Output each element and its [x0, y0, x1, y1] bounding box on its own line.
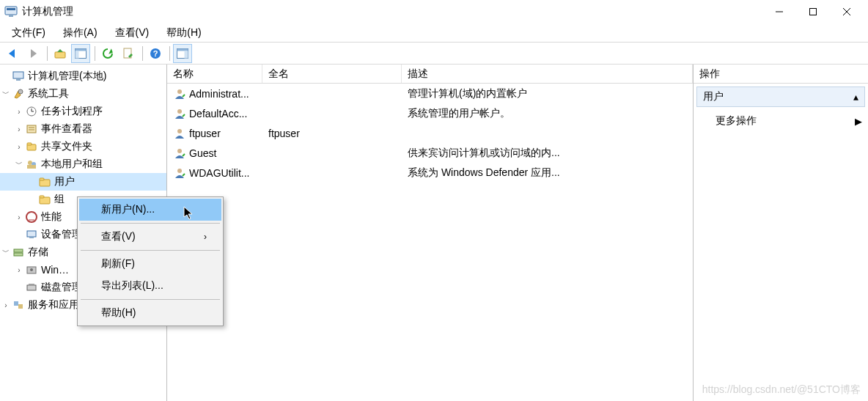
svg-rect-30	[27, 165, 36, 169]
help-button[interactable]: ?	[146, 44, 165, 63]
tree-label: 任务计划程序	[41, 105, 163, 118]
list-row[interactable]: Guest 供来宾访问计算机或访问域的内...	[167, 143, 693, 163]
svg-point-42	[30, 268, 33, 271]
expand-toggle-icon[interactable]: ›	[0, 299, 12, 311]
action-section-label: 用户	[703, 90, 724, 103]
svg-rect-27	[27, 143, 32, 145]
column-header-name[interactable]: 名称	[167, 65, 262, 83]
tree-shared-folders[interactable]: › 共享文件夹	[0, 138, 166, 155]
tree-event-viewer[interactable]: › 事件查看器	[0, 120, 166, 138]
show-hide-action-pane-button[interactable]	[173, 44, 192, 63]
svg-rect-4	[810, 8, 817, 15]
svg-rect-43	[27, 285, 36, 290]
svg-rect-44	[29, 284, 34, 286]
ctx-item-label: 刷新(F)	[101, 257, 135, 271]
user-icon	[173, 166, 186, 180]
list-row[interactable]: WDAGUtilit... 系统为 Windows Defender 应用...	[167, 163, 693, 183]
expand-toggle-icon[interactable]: ›	[13, 106, 25, 117]
ctx-export-list[interactable]: 导出列表(L)...	[79, 275, 221, 297]
user-icon	[173, 147, 186, 160]
ctx-item-label: 查看(V)	[101, 230, 136, 243]
context-menu: 新用户(N)... 查看(V) › 刷新(F) 导出列表(L)... 帮助(H)	[77, 196, 224, 326]
list-cell-name: Guest	[189, 147, 216, 159]
list-pane: 名称 全名 描述 Administrat... 管理计算机(域)的内置帐户	[167, 65, 694, 401]
close-button[interactable]	[830, 0, 864, 23]
minimize-button[interactable]	[762, 0, 796, 23]
svg-rect-39	[14, 249, 23, 252]
column-header-desc[interactable]: 描述	[402, 65, 693, 83]
ctx-separator	[81, 250, 220, 251]
svg-point-19	[18, 89, 23, 94]
svg-rect-34	[40, 196, 44, 198]
list-row[interactable]: Administrat... 管理计算机(域)的内置帐户	[167, 84, 693, 103]
action-section-users[interactable]: 用户 ▴	[696, 87, 865, 107]
expand-toggle-icon[interactable]: ›	[13, 211, 25, 223]
svg-point-48	[177, 109, 182, 114]
maximize-button[interactable]	[796, 0, 830, 23]
task-scheduler-icon	[25, 105, 38, 118]
menu-file[interactable]: 文件(F)	[3, 25, 54, 41]
menu-view[interactable]: 查看(V)	[106, 25, 158, 41]
svg-rect-38	[29, 237, 34, 238]
tree-label: 共享文件夹	[41, 140, 163, 153]
local-users-groups-icon	[25, 158, 38, 171]
svg-rect-45	[14, 301, 18, 306]
svg-point-35	[26, 212, 37, 222]
list-row[interactable]: DefaultAcc... 系统管理的用户帐户。	[167, 103, 693, 123]
ctx-new-user[interactable]: 新用户(N)...	[79, 199, 221, 221]
action-more[interactable]: 更多操作 ▶	[694, 110, 868, 132]
forward-button[interactable]	[23, 44, 43, 63]
ctx-refresh[interactable]: 刷新(F)	[79, 253, 221, 275]
tree-task-scheduler[interactable]: › 任务计划程序	[0, 103, 166, 120]
export-list-button[interactable]	[119, 44, 138, 63]
shared-folders-icon	[25, 140, 38, 153]
tree-system-tools[interactable]: ﹀ 系统工具	[0, 85, 166, 103]
ctx-item-label: 帮助(H)	[101, 306, 136, 320]
expand-toggle-icon[interactable]: ﹀	[13, 158, 25, 170]
menu-help[interactable]: 帮助(H)	[158, 25, 210, 41]
menu-action[interactable]: 操作(A)	[54, 25, 106, 41]
folder-icon	[38, 193, 51, 206]
show-hide-console-tree-button[interactable]	[71, 44, 90, 63]
svg-point-51	[177, 169, 182, 173]
services-apps-icon	[12, 298, 25, 312]
ctx-help[interactable]: 帮助(H)	[79, 302, 221, 324]
tree-local-users-groups[interactable]: ﹀ 本地用户和组	[0, 155, 166, 173]
svg-rect-18	[16, 78, 21, 81]
back-button[interactable]	[3, 44, 22, 63]
list-cell-name: ftpuser	[189, 128, 221, 139]
column-header-full[interactable]: 全名	[262, 65, 402, 83]
toolbar-separator	[47, 46, 48, 61]
ctx-view[interactable]: 查看(V) ›	[79, 226, 221, 248]
tree-users[interactable]: 用户	[0, 173, 166, 191]
ctx-separator	[81, 299, 220, 300]
list-cell-desc: 供来宾访问计算机或访问域的内...	[402, 147, 693, 160]
list-body: Administrat... 管理计算机(域)的内置帐户 DefaultAcc.…	[167, 84, 693, 183]
expand-toggle-icon[interactable]: ﹀	[0, 246, 12, 258]
expand-toggle-icon[interactable]: ﹀	[0, 88, 12, 100]
storage-icon	[12, 246, 25, 259]
svg-rect-17	[13, 72, 23, 78]
svg-rect-37	[27, 231, 36, 237]
tree-label: 本地用户和组	[41, 158, 163, 171]
actions-pane-header: 操作	[694, 65, 868, 84]
content-area: 计算机管理(本地) ﹀ 系统工具	[0, 65, 868, 401]
expand-toggle-icon[interactable]: ›	[13, 141, 25, 152]
refresh-button[interactable]	[98, 44, 117, 63]
actions-pane: 操作 用户 ▴ 更多操作 ▶	[694, 65, 868, 401]
svg-point-49	[177, 129, 182, 133]
tree-root-computer-management[interactable]: 计算机管理(本地)	[0, 67, 166, 85]
svg-rect-32	[40, 178, 44, 180]
expand-toggle-icon[interactable]: ›	[13, 123, 25, 135]
event-viewer-icon	[25, 122, 38, 136]
svg-rect-40	[14, 253, 23, 256]
list-cell-name: WDAGUtilit...	[189, 167, 249, 179]
up-button[interactable]	[51, 44, 70, 63]
tree-label: 计算机管理(本地)	[28, 70, 163, 83]
menu-bar: 文件(F) 操作(A) 查看(V) 帮助(H)	[0, 23, 868, 43]
list-row[interactable]: ftpuser ftpuser	[167, 123, 693, 143]
app-icon	[4, 5, 18, 18]
expand-toggle-icon[interactable]: ›	[13, 264, 25, 276]
svg-rect-0	[5, 7, 17, 15]
tree-label: 事件查看器	[41, 122, 163, 136]
